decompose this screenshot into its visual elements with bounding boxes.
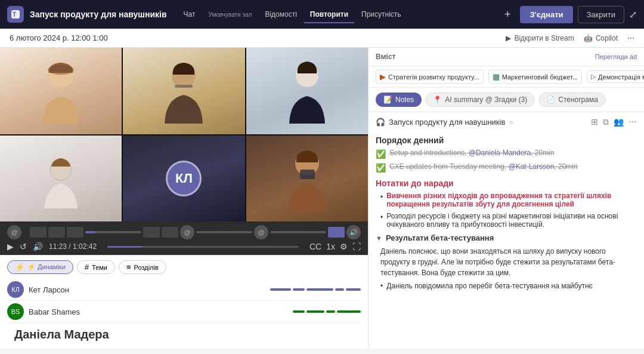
top-bar: T Запуск продукту для навушників Чат Умо… (0, 0, 644, 29)
beta-title: ▼ Результати бета-тестування (376, 233, 637, 242)
at-icon-4[interactable]: 🔊 (346, 225, 361, 239)
tab-chat[interactable]: Чат (178, 8, 202, 21)
tab-details[interactable]: Відомості (259, 8, 302, 21)
fullscreen-button[interactable]: ⛶ (352, 242, 361, 251)
svg-rect-10 (301, 171, 314, 178)
controls-row: ▶ ↺ 🔊 11:23 / 1:02:42 CC 1x ⚙ ⛶ (7, 242, 361, 251)
close-button[interactable]: Закрити (578, 6, 624, 23)
content-header: Вміст Перегляди ad (369, 48, 644, 66)
date-bar: 6 лютого 2024 р. 12:00 1:00 ▶ Відкрити в… (0, 29, 644, 48)
beta-bullet-dot: • (380, 282, 383, 290)
share-icon[interactable]: 👥 (614, 117, 624, 127)
filter-themes[interactable]: # Теми (77, 260, 115, 274)
bullet-dot-2: • (380, 213, 383, 221)
play-button[interactable]: ▶ (7, 242, 14, 251)
captions-button[interactable]: CC (309, 242, 321, 251)
scroll-link[interactable]: Перегляди ad (595, 53, 637, 60)
file-chip-1[interactable]: ▶ Стратегія розвитку продукту... (376, 70, 484, 84)
ppt-icon: ▶ (380, 72, 386, 81)
bullet-item-1: • Вивчення різних підходів до впроваджен… (376, 192, 637, 208)
participant-bars-2 (293, 310, 361, 313)
note-title-bar: 🎧 Запуск продукту для навушників ○ ⊞ ⧉ 👥… (376, 112, 637, 130)
video-cell-4 (0, 136, 122, 222)
big-participant-name: Даніела Мадера (7, 323, 361, 344)
add-tab-button[interactable]: + (501, 8, 515, 21)
top-actions: З'єднати Закрити ⤢ (520, 6, 637, 23)
check-icon-2: ✅ (376, 163, 386, 173)
settings-button[interactable]: ⚙ (340, 242, 348, 251)
rewind-button[interactable]: ↺ (20, 242, 27, 251)
stream-button[interactable]: ▶ Відкрити в Stream (506, 34, 574, 42)
timeline-bar: @ @ @ 🔊 ▶ ↺ 🔊 (0, 221, 368, 255)
note-actions: ⊞ ⧉ 👥 ⋯ (591, 117, 637, 127)
agenda-item-2: ✅ CXE updates from Tuesday meeting, @Kat… (376, 162, 637, 173)
thumb-4 (143, 227, 160, 238)
filter-dynamics[interactable]: ⚡ ⚡ Динаміки (7, 260, 73, 274)
grid-icon[interactable]: ⊞ (591, 117, 598, 127)
participant-row-2: BS Babar Shames (7, 301, 361, 323)
transcript-icon: 📄 (546, 96, 555, 104)
tab-notes[interactable]: 📝 Notes (376, 93, 422, 107)
more-options-button[interactable]: ⋯ (627, 34, 634, 42)
arrow-icon: ▷ (591, 73, 596, 81)
video-cell-2 (123, 48, 244, 134)
date-actions: ▶ Відкрити в Stream 🤖 Copilot ⋯ (506, 34, 634, 42)
file-chip-3[interactable]: ▷ Демонстрація маркетингу... (587, 70, 644, 83)
participants-section: ⚡ ⚡ Динаміки # Теми ≡ Розділів КЛ Кет Ла… (0, 255, 368, 349)
speed-button[interactable]: 1x (326, 242, 335, 251)
notes-tabs: 📝 Notes 📍 AI summary @ Згадки (3) 📄 Стен… (369, 88, 644, 112)
collapse-icon[interactable]: ▼ (376, 235, 382, 242)
time-display: 11:23 / 1:02:42 (49, 242, 97, 251)
thumb-2 (48, 227, 65, 238)
note-meeting-name: 🎧 Запуск продукту для навушників ○ (376, 118, 513, 127)
main-content: КЛ @ (0, 48, 644, 349)
meeting-title: Запуск продукту для навушників (30, 10, 167, 19)
video-panel: КЛ @ (0, 48, 368, 349)
participant-avatar-2: BS (7, 303, 24, 320)
tab-presence[interactable]: Присутність (355, 8, 407, 21)
copilot-icon: 🤖 (584, 34, 593, 42)
file-chip-2[interactable]: ▦ Маркетинговий бюджет... (488, 70, 582, 84)
meeting-notes-title: Нотатки до наради (376, 178, 637, 188)
notes-icon: 📝 (383, 96, 392, 104)
participant-row-1: КЛ Кет Ларсон (7, 279, 361, 301)
tab-ai-summary[interactable]: 📍 AI summary @ Згадки (3) (425, 93, 535, 107)
content-files: ▶ Стратегія розвитку продукту... ▦ Марке… (369, 66, 644, 88)
thumb-5 (162, 227, 178, 238)
tab-repeat[interactable]: Повторити (304, 8, 354, 21)
bullet-item-2: • Розподіл ресурсів і бюджету на різні м… (376, 212, 637, 229)
thumbnails-row: @ @ @ 🔊 (7, 225, 361, 239)
filter-tabs: ⚡ ⚡ Динаміки # Теми ≡ Розділів (7, 260, 361, 274)
join-button[interactable]: З'єднати (520, 6, 572, 23)
volume-button[interactable]: 🔊 (33, 242, 43, 251)
nav-tabs: Чат Умовчувати зал Відомості Повторити П… (178, 8, 495, 21)
video-cell-6 (246, 136, 368, 222)
svg-text:T: T (13, 11, 16, 18)
status-dot: ○ (509, 118, 513, 127)
bullet-dot-1: • (380, 193, 383, 201)
meeting-date: 6 лютого 2024 р. 12:00 1:00 (10, 33, 108, 42)
video-cell-3 (246, 48, 368, 134)
thumb-6 (328, 227, 345, 238)
at-icon-1[interactable]: @ (7, 225, 21, 239)
content-label: Вміст (376, 53, 395, 61)
filter-sections[interactable]: ≡ Розділів (119, 260, 166, 274)
agenda-title: Порядок денний (376, 136, 637, 145)
meeting-icon: 🎧 (376, 118, 385, 127)
svg-point-3 (48, 65, 74, 75)
tab-mute[interactable]: Умовчувати зал (203, 9, 258, 20)
participant-avatar-1: КЛ (7, 281, 24, 298)
notes-content: 🎧 Запуск продукту для навушників ○ ⊞ ⧉ 👥… (369, 112, 644, 349)
copilot-button[interactable]: 🤖 Copilot (584, 34, 618, 42)
more-icon[interactable]: ⋯ (628, 117, 637, 127)
copy-icon[interactable]: ⧉ (603, 117, 609, 127)
at-icon-3[interactable]: @ (254, 225, 268, 239)
video-grid: КЛ (0, 48, 368, 221)
expand-button[interactable]: ⤢ (629, 6, 637, 23)
at-icon-2[interactable]: @ (180, 225, 194, 239)
svg-rect-5 (175, 85, 193, 88)
stream-icon: ▶ (506, 34, 511, 42)
participant-name-1: Кет Ларсон (29, 285, 265, 294)
tab-transcript[interactable]: 📄 Стенограма (538, 93, 606, 107)
check-icon-1: ✅ (376, 149, 386, 159)
